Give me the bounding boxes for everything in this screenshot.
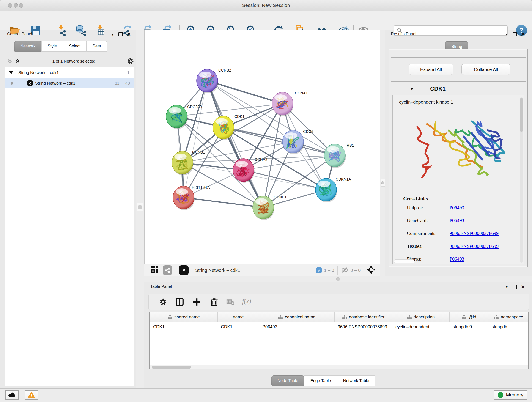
control-panel-close-icon[interactable]: ✕: [127, 32, 131, 36]
table-hscrollbar[interactable]: [150, 365, 528, 369]
network-canvas[interactable]: CCNB2 CCNA1 CDC25B CDK1 CDC6 RB1 CCNB1: [144, 30, 380, 264]
table-panel-close-icon[interactable]: ✕: [521, 285, 525, 288]
table-cell[interactable]: stringdb:9...: [450, 322, 488, 332]
edge-CCNB2-CCNE1[interactable]: [207, 81, 263, 207]
table-cell[interactable]: stringdb: [488, 322, 529, 332]
crosslink-link[interactable]: P06493: [450, 205, 464, 211]
network-tree: String Network – cdk1 1 String Network –…: [5, 67, 134, 386]
cloud-icon: [8, 392, 16, 398]
tab-node-table[interactable]: Node Table: [271, 375, 304, 386]
node-CCNA2[interactable]: CCNA2: [233, 157, 267, 183]
add-column-icon[interactable]: [192, 298, 201, 307]
network-selection-status: 1 of 1 Network selected: [21, 59, 127, 64]
trash-icon[interactable]: [210, 298, 218, 307]
selected-checkbox-icon[interactable]: [316, 268, 322, 273]
tab-network[interactable]: Network: [14, 41, 42, 51]
node-CCNA1[interactable]: CCNA1: [272, 91, 308, 116]
node-CDKN1A[interactable]: CDKN1A: [316, 177, 351, 202]
collapse-all-button[interactable]: Collapse All: [462, 64, 510, 75]
node-HIST1H1A[interactable]: HIST1H1A: [173, 185, 210, 210]
network-row-label: String Network – cdk1: [35, 81, 75, 86]
tab-sets[interactable]: Sets: [86, 41, 107, 51]
table-cell[interactable]: CDK1: [218, 322, 259, 332]
node-CDK1[interactable]: CDK1: [213, 114, 244, 140]
node-RB1[interactable]: RB1: [324, 143, 354, 168]
column-header-canonical-name[interactable]: canonical name: [259, 312, 335, 322]
table-cell[interactable]: cyclin–dependent ...: [392, 322, 450, 332]
column-header-database-identifier[interactable]: database identifier: [335, 312, 392, 322]
warning-button[interactable]: [25, 390, 38, 400]
tab-network-table[interactable]: Network Table: [337, 375, 375, 386]
horizontal-splitter[interactable]: [144, 276, 532, 282]
tab-style[interactable]: Style: [41, 41, 63, 51]
horizontal-splitter-handle[interactable]: [336, 277, 340, 281]
launch-view-icon[interactable]: [179, 265, 189, 275]
node-CCNB2[interactable]: CCNB2: [196, 68, 231, 93]
crosslink-link[interactable]: 9606.ENSP00000378699: [450, 243, 499, 249]
column-header-@id[interactable]: @id: [450, 312, 488, 322]
network-collection-label: String Network – cdk1: [18, 70, 59, 75]
network-options-gear-icon[interactable]: [127, 58, 134, 65]
right-splitter-handle[interactable]: [380, 179, 385, 186]
edge-count: 48: [125, 81, 130, 86]
table-cell[interactable]: CDK1: [150, 322, 218, 332]
node-CDC6[interactable]: CDC6: [283, 129, 313, 154]
results-vscrollbar[interactable]: [520, 97, 523, 263]
share-network-icon[interactable]: [163, 265, 172, 275]
table-panel-title: Table Panel: [150, 284, 172, 289]
column-network-icon: [167, 315, 172, 319]
window-title: Session: New Session: [0, 2, 532, 8]
table-cell[interactable]: 9606.ENSP00000378699: [335, 322, 392, 332]
results-panel-float-icon[interactable]: [513, 32, 517, 36]
right-splitter[interactable]: [380, 30, 385, 276]
table-panel-menu-icon[interactable]: ▼: [505, 285, 508, 289]
hidden-eye-slash-icon[interactable]: [341, 266, 349, 274]
results-hscrollbar[interactable]: [394, 259, 414, 263]
crosslink-link[interactable]: P06493: [450, 218, 464, 223]
table-cell[interactable]: P06493: [259, 322, 335, 332]
control-panel-float-icon[interactable]: [119, 32, 123, 36]
column-network-icon: [407, 315, 412, 319]
edge-CCNB2-HIST1H1A[interactable]: [184, 81, 207, 198]
crosshair-icon[interactable]: [367, 265, 376, 275]
gear-icon[interactable]: [159, 298, 167, 307]
tab-select[interactable]: Select: [63, 41, 87, 51]
collapse-all-tree-icon[interactable]: [15, 58, 21, 64]
table-panel-float-icon[interactable]: [513, 285, 517, 289]
results-panel-close-icon[interactable]: ✕: [521, 32, 525, 36]
crosslink-link[interactable]: P06493: [450, 256, 464, 262]
column-header-namespace[interactable]: namespace: [488, 312, 529, 322]
node-CCNE1[interactable]: CCNE1: [253, 195, 287, 220]
crosslink-link[interactable]: 9606.ENSP00000378699: [450, 230, 499, 236]
column-header-name[interactable]: name: [218, 312, 259, 322]
results-panel-menu-icon[interactable]: ▼: [505, 32, 508, 36]
edge-CCNB2-CCNA1[interactable]: [207, 81, 283, 104]
column-header-description[interactable]: description: [392, 312, 450, 322]
network-row-selected[interactable]: String Network – cdk1 11 48: [6, 78, 133, 89]
network-collection-row[interactable]: String Network – cdk1 1: [6, 67, 133, 78]
view-title: String Network – cdk1: [195, 268, 240, 273]
birdseye-grid-icon[interactable]: [150, 265, 159, 275]
left-splitter-handle[interactable]: [137, 203, 143, 211]
split-columns-icon[interactable]: [175, 298, 184, 307]
expand-all-button[interactable]: Expand All: [409, 64, 453, 75]
crosslink-label: Uniprot:: [407, 205, 423, 211]
memory-button[interactable]: Memory: [494, 390, 527, 400]
expand-all-tree-icon[interactable]: [7, 58, 13, 64]
protein-collapse-icon[interactable]: ▼: [410, 87, 413, 91]
table-row[interactable]: CDK1CDK1P064939606.ENSP00000378699cyclin…: [150, 322, 528, 332]
left-splitter[interactable]: [136, 30, 144, 389]
crosslink-label: GeneCard:: [407, 218, 428, 223]
column-header-label: database identifier: [349, 314, 385, 319]
edge-HIST1H1A-CCNE1[interactable]: [184, 198, 263, 207]
node-count: 11: [115, 81, 119, 86]
cloud-button[interactable]: [5, 390, 19, 400]
control-panel-menu-icon[interactable]: ▼: [111, 32, 114, 36]
edge-CCNA2-CDKN1A[interactable]: [244, 170, 326, 190]
column-header-shared-name[interactable]: shared name: [150, 312, 218, 322]
node-label-CDKN1A: CDKN1A: [336, 177, 351, 181]
tab-edge-table[interactable]: Edge Table: [304, 375, 337, 386]
column-header-label: description: [414, 314, 435, 319]
tree-expand-icon[interactable]: [9, 71, 13, 74]
node-CCNB1[interactable]: CCNB1: [172, 150, 205, 175]
